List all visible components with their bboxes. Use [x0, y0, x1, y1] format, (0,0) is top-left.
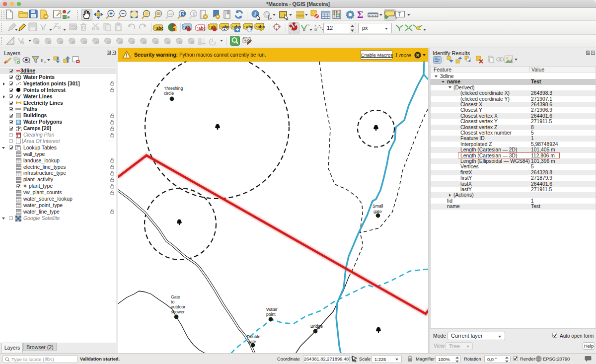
svg-text:Double: Double	[247, 334, 260, 339]
svg-text:outdoor: outdoor	[171, 304, 185, 309]
svg-text:gate: gate	[248, 339, 256, 344]
svg-text:Σ: Σ	[357, 9, 363, 19]
svg-text:gate: gate	[373, 209, 382, 214]
svg-text:ε: ε	[41, 56, 44, 64]
svg-text:to: to	[171, 299, 174, 304]
svg-text:point: point	[266, 312, 276, 317]
svg-text:shower: shower	[171, 309, 185, 314]
svg-text:a: a	[67, 14, 70, 19]
svg-text:abc: abc	[199, 26, 206, 31]
svg-text:abc: abc	[156, 26, 164, 31]
svg-text:Water: Water	[266, 307, 278, 312]
svg-text:1:1: 1:1	[168, 12, 173, 15]
svg-text:T: T	[398, 12, 401, 17]
svg-text:n: n	[44, 61, 46, 64]
svg-text:Bridge: Bridge	[310, 324, 323, 329]
svg-text:Threshing: Threshing	[164, 86, 183, 91]
svg-text:circle: circle	[164, 91, 174, 96]
svg-text:Small: Small	[372, 204, 383, 209]
svg-text:Gate: Gate	[171, 294, 180, 299]
